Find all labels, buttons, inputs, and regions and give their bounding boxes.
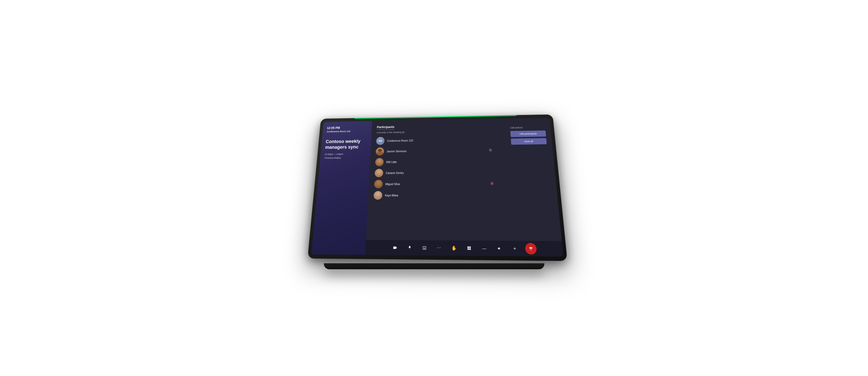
participants-count: Currently in the meeting (6) — [376, 129, 502, 134]
device-wrapper: 12:05 PM Conference Room 123 Contoso wee… — [312, 112, 557, 264]
microphone-button[interactable] — [404, 243, 414, 253]
raise-hand-button[interactable]: ✋ — [449, 243, 459, 253]
minimize-button[interactable]: — — [479, 243, 489, 253]
avatar: MB — [376, 137, 384, 145]
meeting-title: Contoso weekly managers sync — [325, 138, 367, 150]
add-participants-button[interactable]: Add participants — [510, 130, 546, 137]
right-panel: Participants Currently in the meeting (6… — [365, 118, 563, 256]
participant-name: Jasmin Simmons — [386, 150, 406, 153]
svg-rect-1 — [469, 246, 471, 248]
participant-name: Kayo Miwa — [385, 194, 398, 196]
participants-list: Participants Currently in the meeting (6… — [372, 123, 508, 238]
avatar — [375, 158, 383, 166]
participants-area: Participants Currently in the meeting (6… — [366, 118, 561, 241]
add-button[interactable]: + — [509, 243, 520, 253]
list-item: MB Conference Room 123 — [376, 134, 503, 146]
participant-name: Cariane Gentry — [386, 171, 404, 174]
time-display: 12:05 PM Conference Room 123 — [327, 125, 368, 133]
toolbar: ··· ✋ — + — [365, 240, 563, 256]
meeting-details: 12:00pm - 1:00pm Christina Rollins — [324, 152, 366, 160]
avatar — [375, 147, 384, 155]
share-screen-button[interactable] — [419, 243, 429, 253]
list-item: Will Little — [375, 155, 504, 167]
svg-rect-0 — [467, 246, 469, 248]
participant-name: Will Little — [386, 160, 397, 163]
teams-room-device: 12:05 PM Conference Room 123 Contoso wee… — [307, 114, 567, 261]
call-actions-title: Call actions — [510, 126, 545, 129]
left-panel: 12:05 PM Conference Room 123 Contoso wee… — [311, 121, 372, 255]
camera-button[interactable] — [390, 242, 400, 252]
list-item: Cariane Gentry — [374, 166, 505, 178]
mute-icon: 🔇 — [488, 148, 493, 152]
svg-rect-3 — [469, 248, 471, 250]
screen: 12:05 PM Conference Room 123 Contoso wee… — [311, 118, 563, 256]
list-item: Kayo Miwa — [373, 189, 506, 201]
participants-title: Participants — [377, 125, 394, 130]
avatar — [374, 180, 383, 188]
avatar — [375, 168, 383, 177]
device-base — [324, 263, 545, 269]
participant-name: Miguel Silva — [385, 182, 400, 185]
svg-rect-2 — [467, 248, 469, 250]
meeting-organizer: Christina Rollins — [324, 156, 366, 160]
end-call-button[interactable] — [525, 243, 537, 254]
call-actions-panel: Call actions Add participants Mute all — [507, 122, 556, 238]
mute-all-button[interactable]: Mute all — [510, 138, 547, 145]
layout-button[interactable] — [464, 243, 474, 253]
participant-name: Conference Room 123 — [387, 139, 413, 142]
room-name-header: Conference Room 123 — [327, 129, 367, 133]
list-item: Jasmin Simmons 🔇 — [375, 144, 503, 157]
more-options-button[interactable]: ··· — [434, 243, 444, 253]
volume-button[interactable] — [494, 243, 505, 253]
mute-icon: 🔇 — [490, 181, 494, 185]
avatar — [373, 191, 382, 199]
meeting-time-range: 12:00pm - 1:00pm — [324, 152, 366, 156]
list-item: Miguel Silva 🔇 — [374, 178, 505, 189]
